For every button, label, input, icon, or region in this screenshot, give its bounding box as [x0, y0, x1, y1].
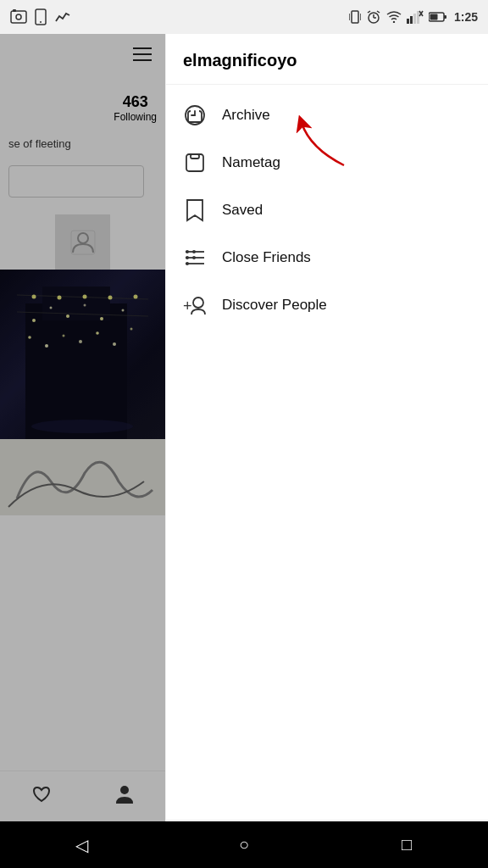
svg-point-13	[393, 21, 395, 23]
svg-point-38	[113, 342, 116, 346]
recent-button[interactable]: □	[381, 828, 432, 862]
person-icon	[69, 229, 97, 256]
photo-row-1	[0, 214, 165, 270]
svg-rect-15	[410, 16, 413, 24]
svg-point-33	[28, 336, 31, 339]
nametag-label: Nametag	[222, 154, 280, 171]
svg-rect-2	[13, 9, 16, 12]
menu-list: Archive Nametag Saved	[166, 85, 488, 820]
hamburger-line-3	[133, 59, 152, 61]
svg-point-60	[186, 262, 189, 265]
svg-point-47	[134, 295, 138, 299]
drawer-username: elmagnificoyo	[183, 51, 471, 70]
svg-point-36	[79, 340, 82, 343]
svg-point-1	[16, 14, 21, 19]
svg-line-12	[377, 11, 380, 13]
svg-rect-26	[42, 287, 110, 320]
svg-point-28	[50, 307, 53, 309]
hamburger-menu[interactable]	[133, 47, 152, 61]
bio-text: se of fleeting	[0, 136, 165, 152]
night-photo	[0, 270, 165, 439]
svg-point-29	[66, 314, 69, 318]
status-bar: 1:25	[0, 0, 488, 34]
svg-point-34	[45, 344, 48, 348]
nametag-icon	[183, 151, 207, 175]
svg-point-4	[40, 21, 42, 23]
story-area	[0, 165, 165, 198]
svg-point-43	[32, 295, 36, 299]
menu-item-discover-people[interactable]: + Discover People	[166, 281, 488, 329]
svg-point-23	[78, 233, 88, 243]
discover-people-icon: +	[183, 293, 207, 317]
svg-point-32	[122, 309, 125, 312]
svg-rect-17	[417, 11, 419, 24]
following-stat[interactable]: 463 Following	[114, 93, 157, 123]
svg-point-54	[186, 250, 189, 253]
svg-point-49	[120, 786, 129, 794]
photo-icon	[10, 9, 27, 25]
menu-item-archive[interactable]: Archive	[166, 92, 488, 139]
phone-icon	[34, 8, 47, 25]
svg-point-35	[63, 335, 65, 337]
svg-rect-52	[191, 154, 199, 159]
night-photo-svg	[0, 270, 165, 439]
close-friends-icon	[183, 246, 207, 270]
svg-rect-0	[11, 11, 26, 23]
svg-text:+: +	[183, 298, 192, 314]
svg-point-31	[100, 317, 103, 320]
svg-line-11	[368, 11, 370, 13]
svg-point-45	[83, 295, 87, 299]
saved-icon	[183, 198, 207, 222]
archive-icon	[183, 103, 207, 127]
hamburger-line-1	[133, 47, 152, 49]
hamburger-line-2	[133, 53, 152, 55]
following-label: Following	[114, 111, 157, 123]
story-button[interactable]	[8, 165, 144, 198]
svg-point-46	[108, 296, 113, 300]
archive-label: Archive	[222, 107, 270, 124]
drawer-panel: elmagnificoyo Archive	[165, 34, 488, 868]
back-button[interactable]: ◁	[56, 828, 107, 862]
alarm-icon	[366, 9, 381, 25]
heart-icon[interactable]	[30, 784, 53, 804]
svg-rect-51	[186, 154, 203, 171]
svg-point-30	[84, 304, 86, 307]
svg-rect-25	[25, 303, 127, 439]
wifi-icon	[386, 11, 402, 23]
svg-point-57	[186, 256, 189, 259]
left-panel: 463 Following se of fleeting	[0, 34, 165, 868]
status-icons-left	[10, 8, 71, 25]
svg-point-37	[96, 331, 99, 335]
home-button[interactable]: ○	[219, 828, 269, 862]
menu-item-close-friends[interactable]: Close Friends	[166, 234, 488, 281]
saved-label: Saved	[222, 202, 263, 219]
drawer-header: elmagnificoyo	[166, 34, 488, 85]
vibrate-icon	[349, 9, 361, 25]
bottom-nav-left	[0, 771, 165, 817]
chart-icon	[54, 9, 71, 25]
close-friends-label: Close Friends	[222, 249, 311, 266]
system-nav-bar: ◁ ○ □	[0, 821, 488, 868]
svg-rect-21	[444, 15, 446, 19]
photo-strip-2	[0, 439, 165, 515]
discover-people-label: Discover People	[222, 297, 327, 314]
following-count: 463	[114, 93, 157, 111]
svg-point-44	[58, 296, 62, 300]
svg-rect-5	[352, 11, 358, 23]
photo-placeholder-1	[55, 214, 110, 270]
signal-icon	[407, 10, 424, 24]
svg-rect-14	[407, 19, 409, 24]
svg-point-55	[192, 250, 196, 253]
main-container: 463 Following se of fleeting	[0, 34, 488, 868]
profile-stats: 463 Following	[0, 93, 165, 123]
status-icons-right: 1:25	[349, 9, 478, 25]
profile-icon[interactable]	[114, 783, 135, 805]
svg-point-27	[32, 319, 36, 322]
svg-point-40	[31, 420, 133, 433]
svg-rect-22	[430, 14, 437, 20]
svg-point-39	[130, 328, 133, 331]
svg-rect-16	[413, 14, 416, 24]
time-display: 1:25	[454, 10, 478, 24]
menu-item-saved[interactable]: Saved	[166, 186, 488, 234]
menu-item-nametag[interactable]: Nametag	[166, 139, 488, 186]
